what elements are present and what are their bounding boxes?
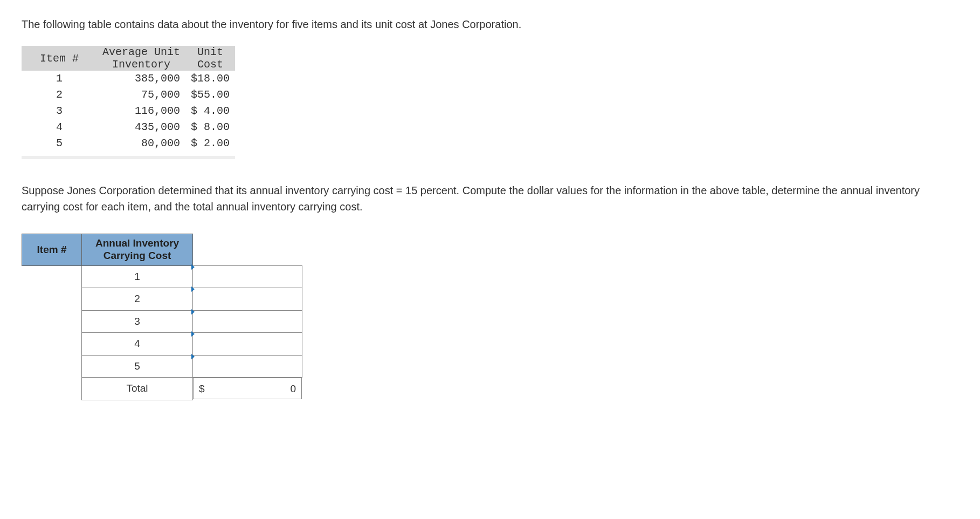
inventory-data-table: Item # Average Unit Unit Inventory Cost … (22, 46, 235, 152)
answer-input-5[interactable] (193, 355, 302, 378)
answer-item-label: 2 (82, 288, 193, 311)
cell-cost: $55.00 (185, 87, 235, 103)
table-row: 3 116,000 $ 4.00 (22, 103, 235, 119)
answer-input-3[interactable] (193, 310, 302, 333)
cell-item: 2 (22, 87, 97, 103)
cell-item: 3 (22, 103, 97, 119)
table-row: 1 (22, 265, 302, 288)
header-avg-line1: Average Unit (97, 46, 185, 58)
answer-input-4[interactable] (193, 333, 302, 356)
cell-avg: 75,000 (97, 87, 185, 103)
data-table-body: 1 385,000 $18.00 2 75,000 $55.00 3 116,0… (22, 71, 235, 152)
cell-avg: 385,000 (97, 71, 185, 87)
input-marker-icon (191, 331, 195, 337)
header-cost-line1: Unit (185, 46, 235, 58)
answer-item-label: 3 (82, 310, 193, 333)
answer-total-label: Total (82, 378, 193, 400)
total-value: 0 (290, 381, 296, 395)
answer-item-label: 4 (82, 333, 193, 356)
input-marker-icon (191, 264, 195, 270)
input-marker-icon (191, 354, 195, 359)
answer-item-label: 5 (82, 355, 193, 378)
answer-total-cell[interactable]: $ 0 (193, 378, 302, 399)
cell-item: 5 (22, 135, 97, 152)
cell-avg: 116,000 (97, 103, 185, 119)
cell-cost: $ 4.00 (185, 103, 235, 119)
question-text: Suppose Jones Corporation determined tha… (22, 182, 958, 215)
currency-symbol: $ (199, 381, 205, 395)
input-marker-icon (191, 309, 195, 315)
cell-cost: $ 2.00 (185, 135, 235, 152)
answer-table: Item # Annual Inventory Carrying Cost 1 … (22, 234, 302, 400)
table-row: 5 80,000 $ 2.00 (22, 135, 235, 152)
data-table-container: Item # Average Unit Unit Inventory Cost … (22, 46, 235, 159)
header-item: Item # (22, 46, 97, 71)
table-row: 5 (22, 355, 302, 378)
table-row: 4 (22, 333, 302, 356)
header-cost-line2: Cost (185, 58, 235, 71)
cell-cost: $ 8.00 (185, 119, 235, 135)
cell-avg: 435,000 (97, 119, 185, 135)
cell-cost: $18.00 (185, 71, 235, 87)
intro-text: The following table contains data about … (22, 16, 958, 32)
table-row: 2 (22, 288, 302, 311)
table-row: 3 (22, 310, 302, 333)
answer-input-1[interactable] (193, 265, 302, 288)
cell-item: 4 (22, 119, 97, 135)
answer-input-2[interactable] (193, 288, 302, 311)
cell-avg: 80,000 (97, 135, 185, 152)
input-marker-icon (191, 286, 195, 292)
answer-header-cost: Annual Inventory Carrying Cost (82, 234, 193, 266)
table-row-total: Total $ 0 (22, 378, 302, 400)
header-avg-line2: Inventory (97, 58, 185, 71)
table-row: 4 435,000 $ 8.00 (22, 119, 235, 135)
table-row: 1 385,000 $18.00 (22, 71, 235, 87)
cell-item: 1 (22, 71, 97, 87)
table-row: 2 75,000 $55.00 (22, 87, 235, 103)
answer-item-label: 1 (82, 265, 193, 288)
answer-header-item: Item # (22, 234, 82, 266)
